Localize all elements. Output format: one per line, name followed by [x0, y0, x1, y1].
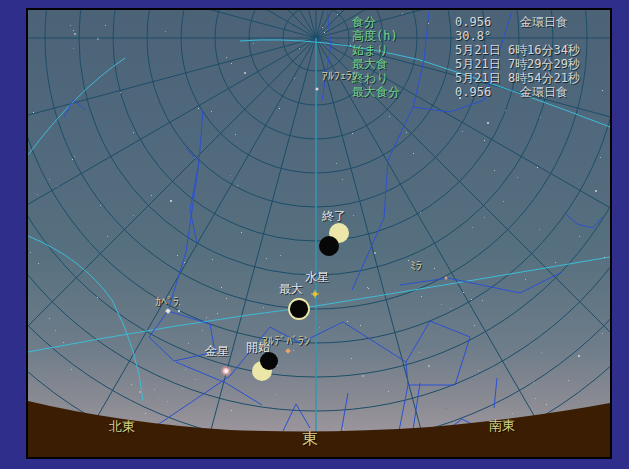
label-eclipse-max: 最大	[279, 283, 303, 295]
star-mira	[445, 277, 448, 280]
star-alpheratz	[316, 88, 319, 91]
eclipse-end-moon	[319, 236, 339, 256]
info-label: 高度(h)	[352, 29, 398, 43]
info-value: 5月21日 8時54分21秒	[455, 71, 580, 85]
label-star-capella: ｶﾍﾟﾗ	[155, 296, 179, 308]
label-eclipse-end: 終了	[322, 210, 346, 222]
label-direction-southeast: 南東	[489, 420, 515, 432]
info-value: 0.956 金環日食	[455, 85, 568, 99]
label-direction-northeast: 北東	[109, 421, 135, 433]
venus-dot	[225, 370, 228, 373]
planetarium-window: 食分 0.956 金環日食 高度(h) 30.8° 始まり 5月21日 6時16…	[0, 0, 629, 469]
label-direction-east: 東	[302, 433, 318, 445]
mercury-dot	[313, 292, 317, 296]
label-star-alpheratz: ｱﾙﾌｪﾗﾂ	[322, 70, 358, 82]
info-value: 0.956 金環日食	[455, 15, 568, 29]
star-aldebaran	[286, 349, 290, 353]
label-eclipse-start: 開始	[246, 341, 270, 353]
eclipse-max-annular-ring	[289, 299, 309, 319]
info-value: 5月21日 6時16分34秒	[455, 43, 580, 57]
info-label: 最大食分	[352, 85, 400, 99]
info-label: 食分	[352, 15, 376, 29]
info-label: 始まり	[352, 43, 389, 57]
label-planet-venus: 金星	[205, 345, 229, 357]
info-value: 30.8°	[455, 29, 491, 43]
info-value: 5月21日 7時29分29秒	[455, 57, 580, 71]
label-star-mira: ﾐﾗ	[410, 260, 422, 272]
eclipse-start-moon	[260, 352, 278, 370]
sky-view[interactable]: 食分 0.956 金環日食 高度(h) 30.8° 始まり 5月21日 6時16…	[26, 8, 612, 459]
label-planet-mercury: 水星	[305, 271, 329, 283]
star-capella	[166, 309, 170, 313]
